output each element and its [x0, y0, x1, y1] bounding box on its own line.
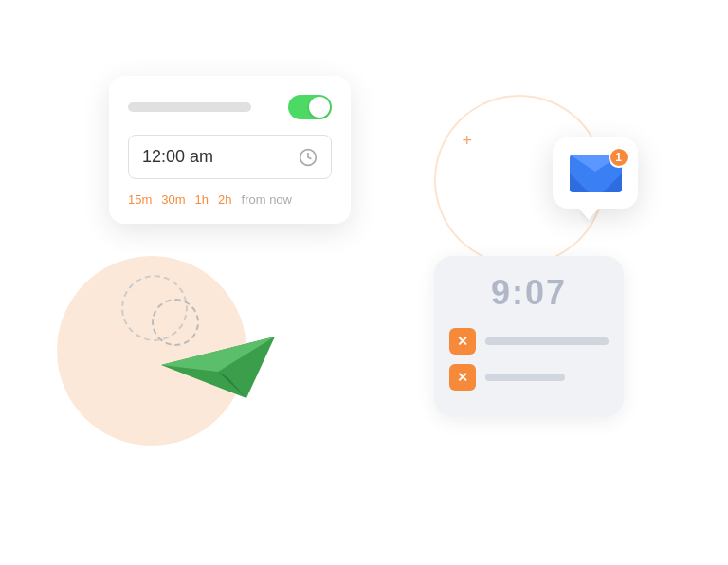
toggle-switch[interactable] — [288, 95, 332, 119]
notification-badge: 1 — [609, 147, 629, 168]
quick-time-1h[interactable]: 1h — [195, 192, 209, 207]
toggle-row — [128, 95, 332, 119]
plus-icon: + — [462, 131, 472, 151]
envelope-wrapper: 1 — [570, 155, 622, 192]
scene: + 12:00 am 15m 30m 1h 2h from now — [0, 0, 728, 565]
phone-item-icon-2: ✕ — [449, 364, 476, 391]
quick-time-2h[interactable]: 2h — [218, 192, 231, 207]
quick-times-row: 15m 30m 1h 2h from now — [128, 192, 332, 207]
time-value: 12:00 am — [142, 147, 213, 167]
time-picker-card: 12:00 am 15m 30m 1h 2h from now — [109, 76, 351, 224]
phone-item-bar-1 — [485, 337, 609, 345]
phone-time-display: 9:07 — [449, 273, 609, 313]
paper-plane — [156, 322, 280, 411]
phone-item-bar-2 — [485, 374, 565, 381]
toggle-label-placeholder — [128, 102, 251, 112]
quick-time-15m[interactable]: 15m — [128, 192, 152, 207]
email-notification-card: 1 — [553, 137, 638, 209]
envelope-bottom-right — [603, 173, 622, 192]
phone-item-1: ✕ — [449, 328, 609, 355]
phone-item-icon-1: ✕ — [449, 328, 476, 355]
quick-time-30m[interactable]: 30m — [161, 192, 185, 207]
clock-icon — [299, 148, 318, 167]
time-input-row[interactable]: 12:00 am — [128, 135, 332, 179]
phone-card: 9:07 ✕ ✕ — [434, 256, 624, 417]
phone-item-2: ✕ — [449, 364, 609, 391]
envelope-bottom-left — [570, 173, 589, 192]
from-now-label: from now — [242, 192, 292, 207]
